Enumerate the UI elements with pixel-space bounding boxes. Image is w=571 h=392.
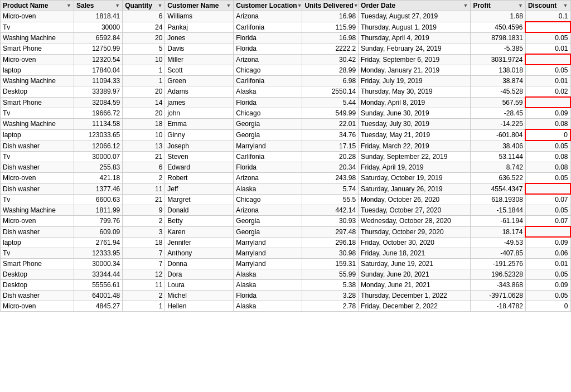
cell-customer: Emma: [165, 119, 234, 130]
cell-date: Saturday, October 19, 2019: [359, 173, 471, 184]
filter-icon[interactable]: ▼: [66, 3, 71, 8]
cell-sales: 17840.04: [74, 65, 123, 76]
cell-customer: Robert: [165, 173, 234, 184]
cell-product: laptop: [1, 129, 74, 141]
cell-discount: 0.07: [525, 216, 570, 227]
cell-customer: Loura: [165, 280, 234, 291]
filter-icon[interactable]: ▼: [354, 3, 359, 8]
cell-location: Chicago: [234, 194, 302, 205]
table-row: Smart Phone12750.995DavisFlorida2222.2Su…: [1, 43, 571, 55]
cell-units: 297.48: [302, 226, 359, 237]
cell-date: Friday, December 2, 2022: [359, 301, 471, 312]
filter-icon[interactable]: ▼: [157, 3, 162, 8]
table-row: Washing Machine6592.8420JonesFlorida16.9…: [1, 32, 571, 43]
cell-units: 5.74: [302, 183, 359, 194]
cell-profit: 8.742: [471, 162, 525, 173]
cell-discount: 0.1: [525, 11, 570, 22]
cell-location: Arizona: [234, 54, 302, 65]
cell-product: Dish washer: [1, 291, 74, 301]
filter-icon[interactable]: ▼: [297, 3, 302, 8]
table-row: Desktop55556.6111LouraAlaska5.38Monday, …: [1, 280, 571, 291]
filter-icon[interactable]: ▼: [463, 3, 468, 8]
cell-qty: 21: [123, 152, 165, 162]
cell-date: Monday, June 21, 2021: [359, 280, 471, 291]
cell-date: Friday, September 6, 2019: [359, 54, 471, 65]
table-row: Tv30000.0721StevenCarlifonia20.28Sunday,…: [1, 152, 571, 162]
cell-qty: 20: [123, 108, 165, 119]
cell-sales: 1818.41: [74, 11, 123, 22]
cell-units: 5.38: [302, 280, 359, 291]
cell-date: Friday, October 30, 2020: [359, 237, 471, 248]
filter-icon[interactable]: ▼: [563, 3, 568, 8]
cell-location: Chicago: [234, 65, 302, 76]
cell-product: Washing Machine: [1, 119, 74, 130]
cell-discount: 0.05: [525, 291, 570, 301]
cell-customer: Jones: [165, 32, 234, 43]
cell-units: 30.98: [302, 248, 359, 259]
cell-profit: 1.68: [471, 11, 525, 22]
column-header-customer[interactable]: Customer Name▼: [165, 1, 234, 11]
table-row: laptop17840.041ScottChicago28.99Monday, …: [1, 65, 571, 76]
cell-discount: [525, 54, 570, 65]
column-header-discount[interactable]: Discount▼: [525, 1, 570, 11]
cell-profit: 18.174: [471, 226, 525, 237]
cell-units: 16.98: [302, 32, 359, 43]
column-header-product[interactable]: Product Name▼: [1, 1, 74, 11]
cell-customer: Miller: [165, 54, 234, 65]
filter-icon[interactable]: ▼: [226, 3, 231, 8]
cell-date: Thursday, October 29, 2020: [359, 226, 471, 237]
cell-discount: [525, 226, 570, 237]
cell-customer: Jeff: [165, 183, 234, 194]
cell-customer: Davis: [165, 43, 234, 55]
filter-icon[interactable]: ▼: [518, 3, 523, 8]
column-label: Product Name: [3, 2, 48, 9]
cell-qty: 2: [123, 291, 165, 301]
cell-sales: 6592.84: [74, 32, 123, 43]
column-header-profit[interactable]: Profit▼: [471, 1, 525, 11]
cell-date: Sunday, June 20, 2021: [359, 269, 471, 280]
cell-sales: 55556.61: [74, 280, 123, 291]
column-header-location[interactable]: Customer Location▼: [234, 1, 302, 11]
cell-location: Alaska: [234, 86, 302, 98]
cell-product: Dish washer: [1, 162, 74, 173]
cell-customer: Jennifer: [165, 237, 234, 248]
cell-date: Tuesday, July 30, 2019: [359, 119, 471, 130]
column-label: Customer Location: [236, 2, 297, 9]
cell-customer: Dora: [165, 269, 234, 280]
cell-customer: Ginny: [165, 129, 234, 141]
cell-product: Smart Phone: [1, 97, 74, 108]
cell-profit: 3031.9724: [471, 54, 525, 65]
cell-discount: 0.05: [525, 65, 570, 76]
cell-product: Desktop: [1, 86, 74, 98]
cell-qty: 14: [123, 97, 165, 108]
cell-profit: 618.19308: [471, 194, 525, 205]
column-header-sales[interactable]: Sales▼: [74, 1, 123, 11]
table-row: Micro-oven12320.5410MillerArizona30.42Fr…: [1, 54, 571, 65]
cell-qty: 21: [123, 194, 165, 205]
cell-discount: 0.09: [525, 108, 570, 119]
cell-location: Florida: [234, 97, 302, 108]
cell-units: 243.98: [302, 173, 359, 184]
cell-location: Marryland: [234, 248, 302, 259]
cell-discount: 0.07: [525, 194, 570, 205]
cell-product: Washing Machine: [1, 76, 74, 86]
cell-qty: 1: [123, 76, 165, 86]
cell-product: Desktop: [1, 269, 74, 280]
cell-date: Thursday, August 1, 2019: [359, 22, 471, 32]
cell-qty: 7: [123, 259, 165, 269]
table-row: Dish washer1377.4611JeffAlaska5.74Saturd…: [1, 183, 571, 194]
filter-icon[interactable]: ▼: [115, 3, 120, 8]
cell-profit: -18.4782: [471, 301, 525, 312]
cell-date: Saturday, June 19, 2021: [359, 259, 471, 269]
cell-date: Thursday, December 1, 2022: [359, 291, 471, 301]
column-header-date[interactable]: Order Date▼: [359, 1, 471, 11]
cell-sales: 11094.33: [74, 76, 123, 86]
cell-qty: 5: [123, 43, 165, 55]
cell-sales: 32084.59: [74, 97, 123, 108]
cell-sales: 421.18: [74, 173, 123, 184]
cell-customer: Edward: [165, 162, 234, 173]
cell-units: 20.34: [302, 162, 359, 173]
column-header-units[interactable]: Units Delivered▼: [302, 1, 359, 11]
cell-units: 2.78: [302, 301, 359, 312]
column-header-qty[interactable]: Quantity▼: [123, 1, 165, 11]
